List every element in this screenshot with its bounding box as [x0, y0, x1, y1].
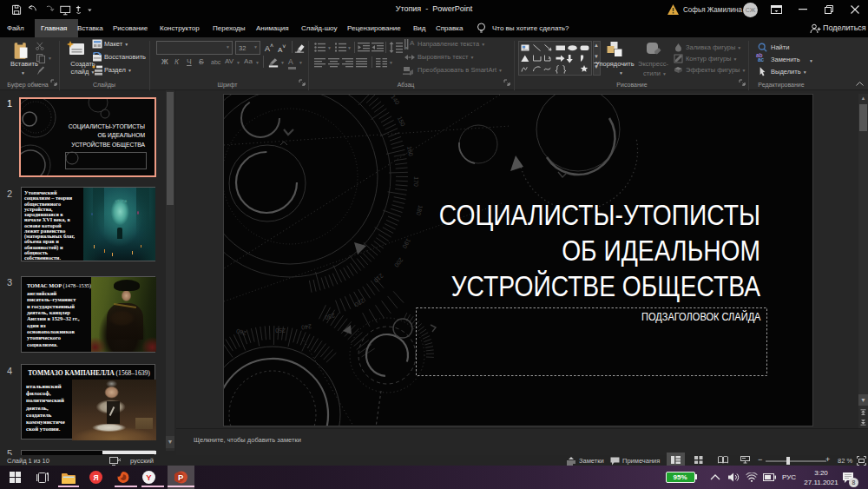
- svg-text:250: 250: [275, 327, 286, 334]
- svg-text:140: 140: [390, 95, 400, 106]
- svg-text:230: 230: [324, 312, 335, 320]
- svg-text:150: 150: [397, 116, 406, 128]
- svg-text:P: P: [178, 472, 184, 482]
- svg-text:A: A: [410, 39, 415, 47]
- svg-text:260: 260: [235, 327, 247, 336]
- svg-text:240: 240: [301, 323, 312, 331]
- svg-text:170: 170: [413, 176, 420, 187]
